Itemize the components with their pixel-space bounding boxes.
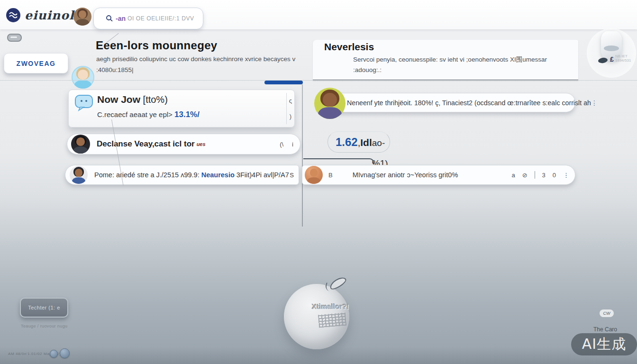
avatar-head [78, 70, 88, 80]
avatar-body [73, 146, 88, 154]
stat-pill: 1.62 , Idl ao-%1) [328, 131, 390, 153]
text-prefix: Pome: ariedé stre a J./2515 ʌ99.9: [94, 171, 201, 179]
right-profile-avatar[interactable] [314, 88, 346, 119]
logo-icon [6, 8, 21, 23]
sculpture-embossed-text: Xtimallor?! [312, 302, 349, 310]
declare-text: Declanse Veay,cast icl tor [97, 139, 195, 149]
kebab-icon[interactable]: ⋮ [563, 172, 569, 179]
avatar-body [72, 177, 86, 184]
slashed-circle-icon[interactable]: ⊘ [522, 172, 528, 179]
s-glyph-icon[interactable]: S [290, 172, 294, 179]
text-suffix: 3Fiit)4Pi avl|P/A7 [235, 171, 289, 179]
logo[interactable]: eiuinoht [6, 8, 84, 23]
slash-paren-icon[interactable]: (\ [280, 141, 283, 148]
header-divider [0, 80, 637, 81]
accent-bar [264, 81, 303, 84]
right-profile-subtitle: Servcoi penyia, ceonuesspile: sv ieht vi… [353, 55, 547, 64]
menu-pill-icon[interactable] [7, 34, 22, 42]
right-row-1[interactable]: Neneenf yte thrihjëoit. 180%! ç, Tinacie… [319, 93, 575, 112]
glyph-top: ς [289, 97, 292, 104]
right-profile-subtitle2: :adouog:.: [353, 66, 382, 73]
left-bottom-text: Pome: ariedé stre a J./2515 ʌ99.9: Neaur… [94, 171, 289, 179]
now-card-value: 13.1%/ [174, 110, 200, 119]
search-placeholder: OI OE OELIEIIE/:1 DVV [127, 15, 194, 22]
keyboard-grid-icon [318, 313, 346, 328]
declare-icons[interactable]: (\i [280, 141, 293, 148]
a-icon[interactable]: a [511, 172, 515, 179]
b-glyph-icon[interactable]: B [328, 172, 333, 179]
avatar-head [310, 169, 318, 177]
now-card-side-glyphs[interactable]: ς) [286, 93, 294, 124]
declare-row[interactable]: Declanse Veay,cast icl tor ues (\i [67, 134, 300, 155]
declare-avatar[interactable] [71, 135, 90, 154]
search-icon [105, 14, 114, 23]
bracket-line [303, 158, 374, 164]
left-profile-title: Eeen-lors mounnegey [96, 39, 217, 52]
primary-button[interactable]: ZWOVEAG [4, 53, 68, 73]
avatar-head [75, 169, 83, 177]
left-profile-subtitle2: :4080u:1855| [96, 66, 134, 73]
avatar-body [318, 107, 342, 119]
search-input[interactable]: -an OI OE OELIEIIE/:1 DVV [93, 8, 203, 29]
avatar-head [323, 93, 337, 107]
avatar-head [76, 137, 85, 146]
icon-separator [535, 171, 535, 179]
kebab-icon[interactable]: ⋮ [591, 99, 598, 107]
right-row-2[interactable]: B MIvnag'ser aniotr ɔ~Yeoriss grit0% a ⊘… [302, 165, 575, 185]
brand-text: The Caro [593, 326, 617, 333]
search-prefix: -an [116, 15, 126, 22]
now-card[interactable]: Now Jow [tto%) C.recaecf aeaat ye epl> 1… [68, 90, 295, 127]
topbar-avatar[interactable] [73, 8, 91, 26]
left-bottom-avatar[interactable] [70, 166, 88, 184]
count-0[interactable]: 0 [553, 172, 556, 179]
avatar-body [307, 177, 321, 184]
figure-caption: NB IET 1894/531 [615, 54, 637, 63]
left-profile-subtitle: aegh prisedilio coliupvinc uc cow donkes… [96, 55, 295, 63]
inline-link[interactable]: Neauresio [201, 171, 235, 179]
avatar-head [79, 10, 87, 18]
now-card-body: C.recaecf aeaat ye epl> 13.1%/ [97, 110, 200, 119]
techter-button[interactable]: Techter (1: e [20, 298, 68, 318]
left-bottom-row[interactable]: Pome: ariedé stre a J./2515 ʌ99.9: Neaur… [65, 165, 299, 185]
right-row2-icons[interactable]: a ⊘ 3 0 ⋮ [511, 171, 569, 179]
now-card-title-rest: [tto%) [140, 94, 168, 105]
chat-bubble-icon [74, 94, 94, 111]
glyph-bottom: ) [290, 113, 291, 120]
stat-value: 1.62 [336, 132, 358, 152]
right-row1-text: Neneenf yte thrihjëoit. 180%! ç, Tinacie… [347, 99, 591, 107]
right-row2-avatar[interactable] [305, 166, 323, 184]
pound-icon: £ [610, 55, 614, 63]
info-icon[interactable]: i [292, 141, 293, 148]
page: eiuinoht -an OI OE OELIEIIE/:1 DVV ZWOVE… [0, 0, 637, 364]
now-card-title: Now Jow [tto%) [97, 94, 168, 105]
bottom-fade [0, 347, 637, 364]
right-row2-text: MIvnag'ser aniotr ɔ~Yeoriss grit0% [353, 171, 458, 179]
avatar-body [74, 80, 91, 89]
right-profile-title: Neverlesis [324, 41, 374, 53]
column-divider [302, 84, 303, 227]
stat-label-bold: Idl [360, 132, 372, 153]
cw-pill-icon[interactable]: CW [600, 309, 614, 317]
now-card-body-text: C.recaecf aeaat ye epl> [97, 110, 174, 118]
left-profile-avatar[interactable] [72, 66, 94, 89]
button-note: Teauge / ruovour nugu [21, 324, 67, 328]
figure-base [604, 46, 619, 51]
declare-red-text: ues [197, 141, 206, 147]
count-3[interactable]: 3 [542, 172, 546, 179]
now-card-title-bold: Now Jow [97, 94, 140, 105]
